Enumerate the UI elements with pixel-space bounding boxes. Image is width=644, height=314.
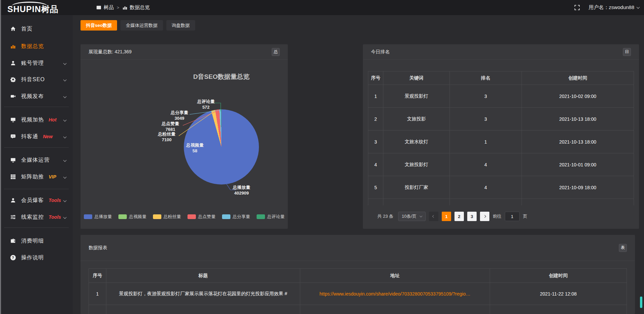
sidebar-item-lead-monitor[interactable]: 线索监控 Tools [0, 210, 73, 224]
legend-item[interactable]: 总分享量 [222, 214, 250, 220]
page-button-2[interactable]: 2 [454, 212, 464, 221]
legend-item[interactable]: 总点赞量 [187, 214, 216, 220]
page-size-select[interactable]: 10条/页 [398, 212, 426, 221]
sidebar-item-video-publish[interactable]: 视频发布 [0, 89, 73, 104]
vip-badge: VIP [49, 174, 56, 179]
table-row[interactable]: 5投影灯厂家42021-10-09 18:00 [368, 176, 634, 199]
label-total-videos: 总视频量58 [181, 143, 209, 154]
col-no: 序号 [89, 269, 106, 283]
sidebar-item-media-ops[interactable]: 全媒体运营 [0, 153, 73, 167]
goto-suffix: 页 [523, 213, 527, 219]
col-created: 创建时间 [522, 71, 634, 85]
table-row[interactable]: 1景观投影灯32021-10-02 09:00 [368, 85, 634, 108]
ranking-table: 序号 关键词 排名 创建时间 1景观投影灯32021-10-02 09:00 2… [368, 71, 634, 205]
page-button-3[interactable]: 3 [467, 212, 477, 221]
sidebar-item-member-baoke[interactable]: 会员爆客 Tools [0, 193, 73, 208]
day-badge-button[interactable]: 日 [623, 48, 631, 56]
sidebar-item-data-overview[interactable]: 数据总览 [0, 39, 73, 54]
table-header-row: 序号 标题 地址 创建时间 [89, 269, 627, 283]
tools-badge: Tools [49, 214, 61, 220]
chevron-down-icon [63, 216, 67, 219]
data-report-panel: 数据报表 表 序号 标题 地址 创建时间 1 景观投影灯，夜游景观投影灯厂家展示… [80, 235, 635, 314]
monitor-icon [10, 117, 16, 123]
col-created: 创建时间 [490, 269, 627, 283]
fullscreen-icon[interactable] [574, 5, 580, 10]
logo-text: SHUPIN树品 [7, 4, 58, 15]
sidebar-item-home[interactable]: 首页 [0, 21, 73, 36]
table-row-clipped [89, 305, 627, 314]
scrollbar-thumb[interactable] [640, 297, 642, 308]
chart-title: D音SEO数据量总览 [193, 72, 250, 81]
report-table: 序号 标题 地址 创建时间 1 景观投影灯，夜游景观投影灯厂家展示展示落花灯在花… [89, 268, 627, 314]
window-edge [0, 0, 1, 314]
chevron-down-icon [63, 135, 67, 139]
total-count: 共 23 条 [377, 213, 393, 219]
label-total-shares: 总分享量3049 [165, 110, 194, 121]
breadcrumb-current[interactable]: 数据总览 [130, 4, 150, 11]
sidebar: 首页 数据总览 账号管理 抖音SEO 视频发布 视频加热 Hot [0, 15, 73, 314]
pie-chart-area: D音SEO数据量总览 总评论量572 总分享量3049 总点赞量7681 总粉丝… [80, 60, 288, 229]
label-total-comments: 总评论量572 [192, 99, 220, 110]
sidebar-item-douyin-seo[interactable]: 抖音SEO [0, 72, 73, 87]
chevron-down-icon [63, 159, 67, 162]
today-ranking-panel: 今日排名 日 序号 关键词 排名 创建时间 1景观投影灯32021-10-02 … [363, 44, 639, 229]
ranking-table-wrap: 序号 关键词 排名 创建时间 1景观投影灯32021-10-02 09:00 2… [368, 71, 634, 205]
tab-media-ops-data[interactable]: 全媒体运营数据 [120, 20, 163, 31]
legend-swatch [257, 214, 265, 219]
chevron-down-icon [637, 5, 640, 9]
report-panel-header: 数据报表 表 [80, 235, 635, 261]
table-row[interactable]: 1 景观投影灯，夜游景观投影灯厂家展示展示落花灯在花园里的灯光投影应用效果 # … [89, 283, 627, 305]
sidebar-item-account[interactable]: 账号管理 [0, 56, 73, 70]
sidebar-item-expense-detail[interactable]: 消费明细 [0, 233, 73, 248]
app-logo[interactable]: SHUPIN树品 [6, 1, 73, 15]
chart-panel-header: 展现量总数: 421,369 总 [80, 44, 288, 60]
legend-item[interactable]: 总评论量 [257, 214, 285, 220]
table-row[interactable]: 4文旅投影灯42021-10-01 09:00 [368, 153, 634, 176]
next-page-button[interactable] [480, 212, 489, 221]
col-title: 标题 [106, 269, 300, 283]
prev-page-button[interactable] [429, 212, 438, 221]
goto-page-input[interactable] [505, 212, 520, 221]
sidebar-divider [4, 189, 69, 189]
col-no: 序号 [368, 71, 383, 85]
video-icon [10, 93, 16, 99]
label-total-likes: 总点赞量7681 [156, 121, 184, 133]
legend-swatch [118, 214, 127, 219]
legend-item[interactable]: 总粉丝量 [153, 214, 181, 220]
sidebar-divider [4, 227, 69, 228]
table-row[interactable]: 3文旅水纹灯12021-10-13 18:00 [368, 130, 634, 153]
seo-chart-panel: 展现量总数: 421,369 总 D音SEO数据量总览 总评论量572 总分享量… [80, 44, 288, 229]
breadcrumb-separator: > [117, 5, 119, 10]
hot-badge: Hot [49, 117, 56, 122]
breadcrumb: 树品 > 数据总览 [96, 0, 150, 15]
tools-badge: Tools [49, 198, 61, 203]
breadcrumb-root[interactable]: 树品 [104, 4, 114, 11]
grid-icon [10, 174, 16, 180]
table-badge-button[interactable]: 表 [619, 244, 627, 252]
label-total-fans: 总粉丝量7100 [153, 132, 181, 143]
legend-item[interactable]: 总视频量 [118, 214, 147, 220]
gear-icon [10, 76, 16, 83]
sidebar-item-instructions[interactable]: ? 操作说明 [0, 250, 73, 265]
table-row-clipped [368, 199, 634, 206]
sliders-icon [10, 214, 16, 220]
report-title: 数据报表 [89, 245, 107, 251]
chevron-down-icon [63, 78, 67, 82]
tab-inquiry-data[interactable]: 询盘数据 [166, 20, 195, 31]
page-button-1[interactable]: 1 [442, 212, 451, 221]
video-link[interactable]: https://www.iesdouyin.com/share/video/70… [320, 291, 471, 297]
legend-item[interactable]: 总播放量 [84, 214, 112, 220]
sidebar-item-video-heat[interactable]: 视频加热 Hot [0, 112, 73, 127]
chevron-down-icon [420, 214, 422, 217]
username: 用户名：zswodun88 [589, 4, 634, 11]
sidebar-item-matrix-boost[interactable]: 矩阵助推 VIP [0, 169, 73, 184]
data-tabs: 抖音seo数据 全媒体运营数据 询盘数据 [80, 20, 195, 31]
legend-swatch [187, 214, 196, 219]
table-row[interactable]: 2文旅投影32021-10-13 18:00 [368, 108, 634, 130]
user-menu[interactable]: 用户名：zswodun88 [589, 4, 639, 11]
wallet-icon [10, 238, 16, 244]
total-badge-button[interactable]: 总 [272, 48, 280, 56]
chevron-down-icon [63, 95, 67, 98]
tab-douyin-seo-data[interactable]: 抖音seo数据 [80, 20, 117, 31]
sidebar-item-doketong[interactable]: 抖客通 New [0, 129, 73, 144]
